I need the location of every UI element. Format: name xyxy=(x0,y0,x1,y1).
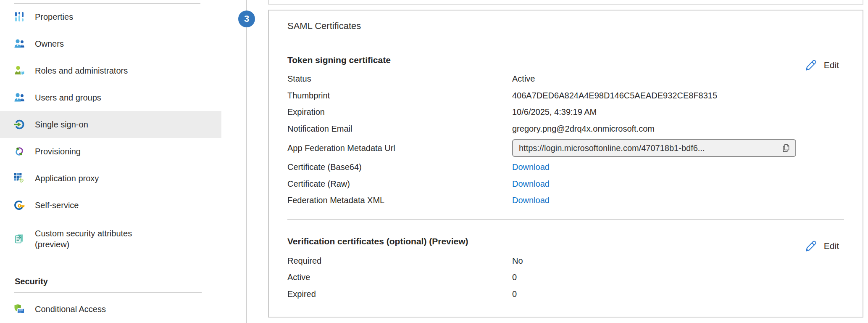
previous-card-edge xyxy=(268,0,863,5)
sidebar-item-label: Roles and administrators xyxy=(35,65,128,76)
sidebar-item-label: Provisioning xyxy=(35,146,81,157)
person-cube-icon xyxy=(13,65,25,77)
sidebar-item-owners[interactable]: Owners xyxy=(0,30,221,57)
row-label: Expiration xyxy=(287,104,512,121)
saml-certificates-card: SAML Certificates Edit Edit xyxy=(268,10,863,318)
row-label: Status xyxy=(287,71,512,87)
pencil-icon xyxy=(803,58,818,72)
status-value: Active xyxy=(512,71,535,87)
sidebar-item-provisioning[interactable]: Provisioning xyxy=(0,138,221,165)
sidebar-item-application-proxy[interactable]: Application proxy xyxy=(0,165,221,192)
detail-row-thumbprint: Thumbprint 406A7DED6A824A4E98D146C5AEADE… xyxy=(287,87,844,104)
detail-row-federation-metadata-xml: Federation Metadata XML Download xyxy=(287,192,844,209)
sidebar-divider xyxy=(14,292,202,293)
sidebar-item-properties[interactable]: Properties xyxy=(0,3,221,30)
row-label: Certificate (Base64) xyxy=(287,159,512,176)
sidebar-item-label: Conditional Access xyxy=(35,304,106,315)
row-label: Certificate (Raw) xyxy=(287,176,512,193)
conditional-access-icon xyxy=(13,303,25,315)
sidebar-item-single-sign-on[interactable]: Single sign-on xyxy=(0,111,221,138)
row-label: App Federation Metadata Url xyxy=(287,143,512,153)
row-label: Required xyxy=(287,253,512,270)
edit-verification-certificates-button[interactable]: Edit xyxy=(803,239,839,253)
detail-row-certificate-raw: Certificate (Raw) Download xyxy=(287,176,844,193)
active-count-value: 0 xyxy=(512,269,517,286)
app-proxy-icon xyxy=(13,172,25,184)
expiration-value: 10/6/2025, 4:39:19 AM xyxy=(512,104,597,121)
edit-token-certificate-button[interactable]: Edit xyxy=(803,58,839,72)
edit-button-label: Edit xyxy=(824,60,839,70)
detail-row-active: Active 0 xyxy=(287,269,844,286)
sidebar-item-roles-administrators[interactable]: Roles and administrators xyxy=(0,57,221,84)
sidebar-item-label: Single sign-on xyxy=(35,119,88,130)
detail-row-notification-email: Notification Email gregory.png@2drq4x.on… xyxy=(287,121,844,138)
row-label: Federation Metadata XML xyxy=(287,192,512,209)
people-icon xyxy=(13,92,25,103)
row-label: Thumbprint xyxy=(287,87,512,104)
self-service-icon xyxy=(13,199,25,211)
single-sign-on-icon xyxy=(13,119,25,130)
sidebar-item-label: Custom security attributes (preview) xyxy=(35,228,161,250)
sidebar-item-custom-security-attributes[interactable]: Custom security attributes (preview) xyxy=(0,219,221,259)
detail-row-required: Required No xyxy=(287,253,844,270)
required-value: No xyxy=(512,253,523,270)
card-title: SAML Certificates xyxy=(287,20,844,32)
row-label: Active xyxy=(287,269,512,286)
metadata-url-value: https://login.microsoftonline.com/470718… xyxy=(519,143,778,153)
people-icon xyxy=(13,38,25,50)
sidebar-item-self-service[interactable]: Self-service xyxy=(0,192,221,219)
sidebar-section-security: Security xyxy=(0,275,221,288)
detail-row-certificate-base64: Certificate (Base64) Download xyxy=(287,159,844,176)
sidebar-item-label: Self-service xyxy=(35,200,79,211)
sidebar-item-label: Application proxy xyxy=(35,173,99,184)
thumbprint-value: 406A7DED6A824A4E98D146C5AEADE932CE8F8315 xyxy=(512,87,717,104)
download-federation-metadata-xml-link[interactable]: Download xyxy=(512,192,550,209)
sliders-icon xyxy=(13,11,25,23)
download-certificate-raw-link[interactable]: Download xyxy=(512,176,550,193)
copy-icon[interactable] xyxy=(781,143,791,153)
notification-email-value: gregory.png@2drq4x.onmicrosoft.com xyxy=(512,121,655,138)
sidebar-nav: Properties Owners xyxy=(0,3,221,323)
token-signing-certificate-heading: Token signing certificate xyxy=(287,56,844,65)
detail-row-expiration: Expiration 10/6/2025, 4:39:19 AM xyxy=(287,104,844,121)
section-divider xyxy=(287,219,844,220)
expired-count-value: 0 xyxy=(512,286,517,303)
verification-certificate-details: Required No Active 0 Expired 0 xyxy=(287,253,844,303)
token-certificate-details: Status Active Thumbprint 406A7DED6A824A4… xyxy=(287,71,844,209)
verification-certificates-heading: Verification certificates (optional) (Pr… xyxy=(287,237,844,246)
edit-button-label: Edit xyxy=(824,241,839,251)
sidebar-item-label: Users and groups xyxy=(35,92,101,103)
row-label: Expired xyxy=(287,286,512,303)
detail-row-expired: Expired 0 xyxy=(287,286,844,303)
pencil-icon xyxy=(803,239,818,253)
custom-attributes-icon xyxy=(13,233,25,245)
row-label: Notification Email xyxy=(287,121,512,138)
sidebar-item-users-groups[interactable]: Users and groups xyxy=(0,84,221,111)
sidebar-item-label: Properties xyxy=(35,11,73,22)
step-badge: 3 xyxy=(238,11,255,27)
sidebar-item-label: Owners xyxy=(35,38,64,49)
detail-row-status: Status Active xyxy=(287,71,844,87)
content-divider xyxy=(246,0,247,323)
detail-row-metadata-url: App Federation Metadata Url https://logi… xyxy=(287,137,844,159)
metadata-url-field[interactable]: https://login.microsoftonline.com/470718… xyxy=(512,139,796,157)
download-certificate-base64-link[interactable]: Download xyxy=(512,159,550,176)
provisioning-icon xyxy=(13,146,25,157)
sidebar-item-conditional-access[interactable]: Conditional Access xyxy=(0,296,221,323)
